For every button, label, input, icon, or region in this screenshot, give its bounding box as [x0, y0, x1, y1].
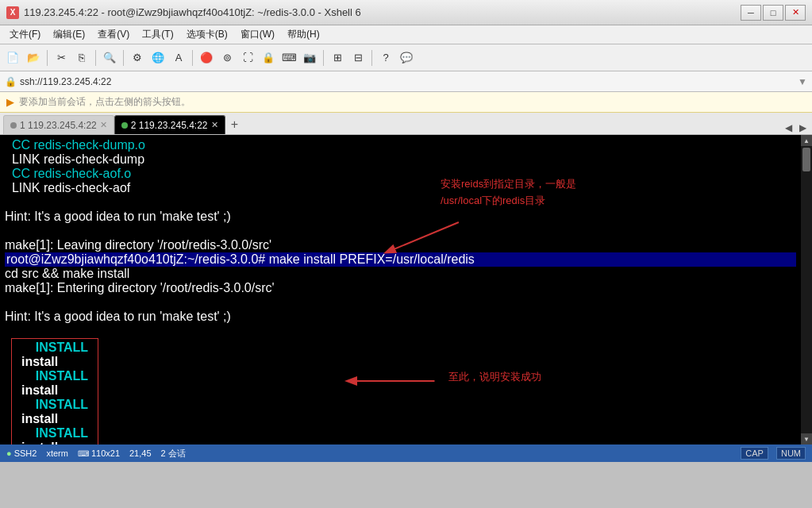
tab-2-status-dot: [121, 122, 128, 129]
menu-file[interactable]: 文件(F): [3, 26, 47, 43]
tb-network-button[interactable]: 🌐: [148, 48, 167, 68]
terminal-content[interactable]: CC redis-check-dump.o LINK redis-check-d…: [0, 135, 812, 444]
hint-text: 要添加当前会话，点击左侧的箭头按钮。: [19, 95, 190, 109]
num-badge: NUM: [776, 447, 806, 460]
terminal-scrollbar[interactable]: ▲ ▼: [801, 135, 812, 444]
window-title: 119.23.245.4:22 - root@iZwz9bjiawhqzf40o…: [24, 6, 741, 18]
tab-1-label: 1 119.23.245.4:22: [20, 120, 97, 131]
status-position: 21,45: [129, 448, 152, 458]
tb-font-button[interactable]: A: [169, 48, 188, 68]
cap-badge: CAP: [741, 447, 768, 460]
status-sessions: 2 会话: [161, 448, 186, 460]
menu-edit[interactable]: 编辑(E): [47, 26, 91, 43]
term-line-6: Hint: It's a good idea to run 'make test…: [5, 210, 796, 224]
menu-help[interactable]: 帮助(H): [281, 26, 326, 43]
statusbar: ● SSH2 xterm ⌨ 110x21 21,45 2 会话 CAP NUM: [0, 444, 812, 462]
maximize-button[interactable]: □: [763, 5, 783, 21]
tb-keyboard-button[interactable]: ⌨: [279, 48, 298, 68]
status-encoding: xterm: [46, 448, 68, 458]
tb-sep6: [371, 50, 372, 66]
menu-window[interactable]: 窗口(W): [234, 26, 281, 43]
tab-1-status-dot: [10, 122, 17, 129]
terminal-size: 110x21: [91, 448, 120, 458]
encoding-label: xterm: [46, 448, 68, 458]
tb-ftp-button[interactable]: 🔴: [197, 48, 216, 68]
tb-cut-button[interactable]: ✂: [52, 48, 71, 68]
toolbar: 📄 📂 ✂ ⎘ 🔍 ⚙ 🌐 A 🔴 ⊚ ⛶ 🔒 ⌨ 📷 ⊞ ⊟ ? 💬: [0, 44, 812, 71]
tabbar: 1 119.23.245.4:22 ✕ 2 119.23.245.4:22 ✕ …: [0, 113, 812, 135]
install-line-1: INSTALL: [21, 341, 88, 355]
tab-next-icon[interactable]: ▶: [796, 121, 809, 134]
tb-find-button[interactable]: 🔍: [100, 48, 119, 68]
app-icon: X: [6, 6, 19, 19]
term-line-13: Hint: It's a good idea to run 'make test…: [5, 310, 796, 324]
tb-sep5: [323, 50, 324, 66]
menu-tools[interactable]: 工具(T): [136, 26, 179, 43]
term-line-10: cd src && make install: [5, 267, 796, 281]
tb-transfer-button[interactable]: ⊚: [217, 48, 237, 68]
tb-open-button[interactable]: 📂: [24, 48, 43, 68]
addressbar: 🔒 ssh://119.23.245.4:22 ▼: [0, 71, 812, 92]
tab-navigation: ◀ ▶: [782, 121, 809, 134]
tab-2-label: 2 119.23.245.4:22: [131, 120, 208, 131]
term-line-1: CC redis-check-dump.o: [5, 138, 796, 152]
status-size: ⌨ 110x21: [78, 448, 120, 458]
term-line-11: make[1]: Entering directory '/root/redis…: [5, 281, 796, 295]
tb-split-button[interactable]: ⊟: [348, 48, 368, 68]
tab-1[interactable]: 1 119.23.245.4:22 ✕: [3, 115, 114, 134]
ssh-protocol: SSH2: [14, 448, 37, 458]
terminal-container: CC redis-check-dump.o LINK redis-check-d…: [0, 135, 812, 444]
tb-lock-button[interactable]: 🔒: [259, 48, 278, 68]
hint-arrow-icon: ▶: [6, 96, 14, 108]
scroll-up-button[interactable]: ▲: [801, 135, 812, 146]
menu-view[interactable]: 查看(V): [91, 26, 136, 43]
address-input[interactable]: ssh://119.23.245.4:22: [20, 76, 795, 87]
install-line-3: INSTALL: [21, 398, 88, 412]
tb-expand-button[interactable]: ⛶: [238, 48, 257, 68]
tb-sep2: [95, 50, 96, 66]
tb-feedback-button[interactable]: 💬: [397, 48, 416, 68]
close-button[interactable]: ✕: [785, 5, 806, 21]
tab-prev-icon[interactable]: ◀: [782, 121, 795, 134]
menu-tabs[interactable]: 选项卡(B): [180, 26, 234, 43]
scroll-thumb[interactable]: [802, 148, 810, 171]
ssh-indicator: ●: [6, 448, 12, 458]
status-ssh: ● SSH2: [6, 448, 37, 458]
install-line-2: INSTALL: [21, 369, 88, 383]
term-cmd-line: root@iZwz9bjiawhqzf40o410tjZ:~/redis-3.0…: [5, 252, 796, 267]
tb-new-button[interactable]: 📄: [3, 48, 22, 68]
minimize-button[interactable]: ─: [741, 5, 761, 21]
term-line-7: [5, 224, 796, 238]
term-line-14: [5, 324, 796, 338]
term-line-8: make[1]: Leaving directory '/root/redis-…: [5, 238, 796, 252]
term-line-3: CC redis-check-aof.o: [5, 167, 796, 181]
tb-sep3: [123, 50, 124, 66]
install-block: INSTALL install INSTALL install INSTALL …: [11, 338, 98, 444]
tb-sep1: [47, 50, 48, 66]
cursor-position: 21,45: [129, 448, 152, 458]
tb-screenshot-button[interactable]: 📷: [300, 48, 319, 68]
term-line-12: [5, 295, 796, 310]
menubar: 文件(F) 编辑(E) 查看(V) 工具(T) 选项卡(B) 窗口(W) 帮助(…: [0, 25, 812, 44]
tb-sep4: [192, 50, 193, 66]
window-controls: ─ □ ✕: [741, 5, 806, 21]
session-count: 2 会话: [161, 448, 186, 460]
tab-1-close-icon[interactable]: ✕: [100, 120, 107, 130]
tb-copy-button[interactable]: ⎘: [72, 48, 91, 68]
tab-add-button[interactable]: +: [225, 115, 244, 134]
install-line-4: INSTALL: [21, 426, 88, 441]
tb-help-button[interactable]: ?: [376, 48, 395, 68]
term-line-4: LINK redis-check-aof: [5, 181, 796, 195]
tab-2[interactable]: 2 119.23.245.4:22 ✕: [114, 115, 225, 134]
titlebar: X 119.23.245.4:22 - root@iZwz9bjiawhqzf4…: [0, 0, 812, 25]
term-line-5: [5, 195, 796, 210]
tab-2-close-icon[interactable]: ✕: [211, 120, 218, 130]
session-hintbar: ▶ 要添加当前会话，点击左侧的箭头按钮。: [0, 92, 812, 113]
status-right-items: CAP NUM: [741, 447, 806, 460]
address-dropdown-icon[interactable]: ▼: [798, 76, 807, 87]
tb-settings-button[interactable]: ⚙: [128, 48, 147, 68]
ssh-lock-icon: 🔒: [5, 76, 17, 87]
tb-layout-button[interactable]: ⊞: [328, 48, 347, 68]
scroll-down-button[interactable]: ▼: [801, 433, 812, 444]
term-line-2: LINK redis-check-dump: [5, 152, 796, 167]
